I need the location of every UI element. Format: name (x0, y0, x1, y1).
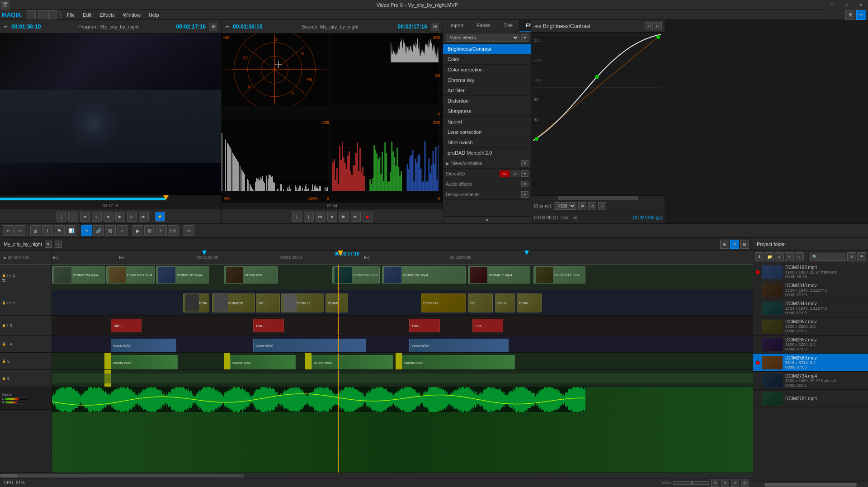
clip-voice-2[interactable]: Voice.WAV (253, 339, 366, 352)
tab-title[interactable]: Title (497, 20, 519, 32)
project-add-btn[interactable]: + (55, 241, 62, 248)
clip-dcim-2a[interactable]: DCIM2... (183, 293, 209, 312)
maximize-button[interactable]: □ (839, 0, 854, 10)
tab-fades[interactable]: Fades (470, 20, 497, 32)
clip-dcim2192-2[interactable]: DCIM2192.mp4 (382, 266, 466, 284)
pf-item-2[interactable]: DCIM2348.mov 2724 x 1048, 1:112745 00:00… (753, 299, 868, 317)
clip-dc-small1[interactable]: DC... (256, 293, 280, 312)
multi-select-btn[interactable]: ⊞ (144, 225, 155, 236)
resize-btn[interactable]: ⤢ (117, 225, 127, 236)
effect-speed[interactable]: Speed (443, 117, 531, 127)
pf-item-3[interactable]: DCIM2357.mov 3300 x 2200, 3:2 00:00:07:0… (753, 317, 868, 336)
tl-view-btn3[interactable]: ⊠ (740, 240, 749, 249)
zoom-out-btn[interactable]: ⊖ (721, 479, 729, 487)
mark-out-btn[interactable]: ] (68, 212, 78, 222)
menu-icon-left[interactable]: ☰ (4, 24, 8, 29)
timeline-setting-btn[interactable]: ⊞ (741, 479, 749, 487)
tab-import[interactable]: Import (443, 20, 470, 32)
src-stop[interactable]: ■ (327, 212, 337, 222)
group-expand-btn[interactable]: ▼ (521, 160, 528, 166)
pf-import-btn[interactable]: ⬇ (755, 252, 764, 261)
channel-btn1[interactable]: ⊞ (578, 202, 586, 210)
project-close-btn[interactable]: ✕ (45, 241, 52, 248)
menu-file[interactable]: File (63, 11, 79, 19)
pf-folder-btn[interactable]: 📁 (765, 252, 774, 261)
pf-item-4[interactable]: DCIM2357.mov 3300 x 2200, 3:2 00:00:07:0… (753, 336, 868, 354)
pf-item-5[interactable]: DCIM2589.mov 5616 x 3744, 3:2 00:00:07:0… (753, 354, 868, 372)
clip-dcim2-2[interactable]: DCIM2 (326, 293, 348, 312)
channel-btn3[interactable]: ▷ (598, 202, 606, 210)
effect-chroma-key[interactable]: Chroma key (443, 75, 531, 85)
effect-prodad[interactable]: proDAD Mercalli 2.0 (443, 148, 531, 158)
clip-sound-2[interactable]: sound WAV (230, 355, 296, 370)
minimize-button[interactable]: ─ (825, 0, 839, 10)
h-scroll-left[interactable] (0, 474, 18, 478)
expand-btn[interactable]: ⊞ (209, 23, 217, 31)
src-next[interactable]: ⏭ (351, 212, 361, 222)
effect-group-view[interactable]: ▶ View/Animation ▼ (443, 158, 531, 169)
channel-btn2[interactable]: ◁ (588, 202, 596, 210)
menu-icon-source[interactable]: ☰ (225, 24, 229, 29)
effect-shot-match[interactable]: Shot match (443, 137, 531, 148)
clip-dcim1839[interactable]: DCIM1839... (224, 266, 278, 284)
effects-dropdown-btn[interactable]: ▼ (521, 34, 528, 42)
clip-dcim2734[interactable]: DCIM2734.mp4 (52, 266, 105, 284)
effect-group-stereo3d[interactable]: Stereo3D 3D 2D ▼ (443, 169, 531, 179)
effect-color[interactable]: Color (443, 54, 531, 65)
pf-item-1[interactable]: DCIM2348.mov 2724 x 1048, 1:112745 00:00… (753, 281, 868, 299)
open-icon[interactable] (38, 10, 47, 19)
clip-dcim-small4[interactable]: DCIM... (517, 293, 542, 312)
pf-menu-btn[interactable]: ☰ (857, 252, 866, 261)
save-icon[interactable] (48, 10, 57, 19)
clip-dcim2781[interactable]: DCIM2781.mp4 (332, 266, 380, 284)
src-record[interactable]: ● (363, 212, 373, 222)
menu-help[interactable]: Help (145, 11, 163, 19)
design-expand-btn[interactable]: ▼ (521, 191, 528, 198)
lightning-btn[interactable]: ⚡ (155, 212, 165, 222)
next-frame-btn[interactable]: ▷ (127, 212, 137, 222)
clip-sound-3[interactable]: sound WAV (311, 355, 393, 370)
delete-btn[interactable]: 🗑 (30, 225, 41, 236)
text-btn[interactable]: T (42, 225, 53, 236)
menu-window[interactable]: Window (119, 11, 144, 19)
clip-dc-small2[interactable]: DC... (468, 293, 493, 312)
clip-dcim-small3[interactable]: DCIM... (495, 293, 515, 312)
scissors-btn[interactable]: ✂ (184, 225, 194, 236)
h-scroll-thumb[interactable] (18, 474, 244, 478)
clip-title-1[interactable]: Title... (111, 319, 142, 332)
pf-scrollbar[interactable] (753, 482, 868, 487)
clip-title-3[interactable]: Title... (409, 319, 440, 332)
src-play[interactable]: ▶ (339, 212, 349, 222)
clip-sound-1[interactable]: sound WAV (111, 355, 178, 370)
effect-color-correction[interactable]: Color correction (443, 65, 531, 75)
effect-brightness-contrast[interactable]: Brightness/Contrast (443, 44, 531, 54)
clip-dcim2817[interactable]: DCIM2817.mp4 (533, 266, 585, 284)
trim-btn[interactable]: ⊢ (156, 225, 167, 236)
channel-select[interactable]: RGB (554, 202, 576, 210)
src-mark-out[interactable]: ] (304, 212, 314, 222)
play-btn[interactable]: ▶ (115, 212, 125, 222)
effect-group-audio[interactable]: Audio effects ▼ (443, 179, 531, 189)
mark-in-btn[interactable]: [ (57, 212, 66, 222)
clip-dcim2192-1[interactable]: DCIM2192.mp4 (156, 266, 209, 284)
clip-title-4[interactable]: Title... (472, 319, 503, 332)
audio-expand-btn[interactable]: ▼ (521, 181, 528, 187)
effects-nav-scroll[interactable]: ▼ (443, 216, 531, 223)
chart-btn[interactable]: 📊 (66, 225, 76, 236)
clip-dcim235[interactable]: DCIM235... (212, 293, 255, 312)
edit-mode-btn[interactable]: ✎ (81, 225, 92, 236)
pf-sort-btn[interactable]: ↕ (795, 252, 804, 261)
effect-lens-correction[interactable]: Lens correction (443, 127, 531, 137)
tl-view-btn2[interactable]: ≡ (730, 240, 739, 249)
clip-dcim12[interactable]: DCIM12... (281, 293, 324, 312)
effect-group-design[interactable]: Design elements ▼ (443, 189, 531, 200)
clip-dcim146[interactable]: DCIM146... (421, 293, 466, 312)
clip-dcim817[interactable]: DCIM817.mp4 (468, 266, 530, 284)
prev-frame-btn[interactable]: ◁ (92, 212, 102, 222)
pf-close-btn[interactable]: ✕ (847, 252, 856, 261)
pf-list-btn[interactable]: ≡ (775, 252, 784, 261)
redo-btn[interactable]: ↪ (14, 225, 25, 236)
monitor-icon[interactable]: ⊞ (845, 10, 855, 20)
pf-search-input[interactable]: 🔍 (810, 253, 846, 261)
stereo3d-off-btn[interactable]: 2D (510, 170, 520, 177)
